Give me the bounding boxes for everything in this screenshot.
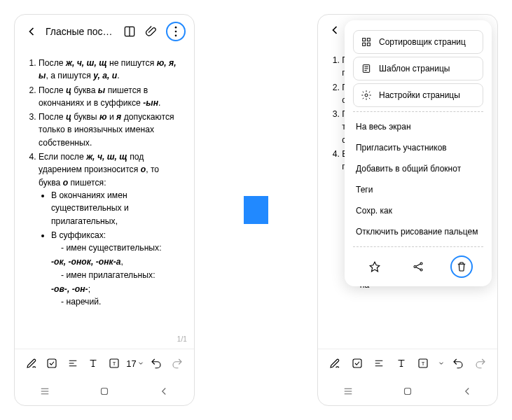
svg-rect-21	[367, 43, 370, 46]
attachment-icon[interactable]	[144, 23, 160, 40]
system-navbar	[15, 377, 194, 405]
font-box-icon[interactable]: T	[415, 355, 431, 372]
svg-rect-5	[48, 359, 56, 368]
svg-point-4	[174, 35, 177, 37]
back-icon[interactable]	[326, 22, 343, 38]
svg-line-31	[416, 264, 420, 266]
dash-2: имен прилагательных:	[61, 269, 183, 281]
svg-point-30	[420, 269, 422, 271]
menu-fullscreen[interactable]: На весь экран	[345, 116, 492, 137]
transition-arrow	[244, 196, 269, 224]
delete-icon[interactable]	[450, 255, 473, 278]
recents-icon[interactable]	[36, 383, 53, 400]
page-indicator: 1/1	[177, 334, 187, 344]
svg-point-2	[174, 27, 177, 29]
svg-rect-20	[363, 43, 366, 46]
menu-add-shared[interactable]: Добавить в общий блокнот	[345, 158, 492, 179]
redo-icon[interactable]	[169, 355, 186, 372]
svg-rect-45	[405, 388, 411, 395]
rule-1: После ж, ч, ш, щ не пишутся ю, я, ы, а п…	[39, 57, 183, 83]
menu-invite[interactable]: Пригласить участников	[345, 137, 492, 158]
svg-rect-18	[363, 38, 366, 41]
recents-icon[interactable]	[340, 383, 357, 400]
svg-rect-17	[101, 388, 107, 395]
svg-text:T: T	[422, 360, 425, 367]
bottom-toolbar: T 17	[15, 349, 194, 377]
pen-icon[interactable]	[23, 355, 40, 372]
share-icon[interactable]	[407, 255, 429, 278]
menu-page-settings[interactable]: Настройки страницы	[353, 83, 483, 107]
undo-icon[interactable]	[148, 355, 165, 372]
rule-4: Если после ж, ч, ш, щ под ударением прои…	[39, 150, 183, 309]
pen-icon[interactable]	[326, 355, 343, 372]
text-align-icon[interactable]	[371, 355, 387, 372]
home-icon[interactable]	[96, 383, 113, 400]
sysback-icon[interactable]	[459, 383, 476, 400]
redo-icon[interactable]	[472, 355, 489, 372]
sysback-icon[interactable]	[155, 383, 172, 400]
page-title: Гласные после шип...	[46, 26, 116, 37]
more-menu-icon[interactable]	[166, 22, 186, 41]
menu-tags[interactable]: Теги	[345, 179, 492, 200]
svg-point-3	[174, 31, 177, 33]
menu-page-template[interactable]: Шаблон страницы	[353, 57, 483, 80]
svg-text:T: T	[113, 360, 116, 367]
menu-save-as[interactable]: Сохр. как	[345, 200, 492, 221]
phone-right: Глас Послепишут Послеоконч Послетольксоб…	[317, 14, 498, 406]
rule-2: После ц буква ы пишется в окончаниях и в…	[39, 84, 183, 110]
dash-3: наречий.	[61, 295, 183, 308]
header: Гласные после шип...	[15, 15, 194, 48]
svg-point-29	[420, 262, 422, 265]
back-icon[interactable]	[23, 23, 40, 40]
svg-point-26	[365, 94, 368, 97]
svg-line-32	[416, 267, 420, 270]
svg-rect-19	[367, 38, 370, 41]
checkbox-icon[interactable]	[43, 355, 60, 372]
bullet-2: В суффиксах: имен существительных: -ок, …	[51, 229, 183, 309]
menu-page-sorter[interactable]: Сортировщик страниц	[353, 30, 483, 54]
text-format-icon[interactable]	[393, 355, 410, 372]
svg-point-28	[414, 266, 416, 268]
font-size-selector[interactable]	[437, 360, 445, 367]
checkbox-icon[interactable]	[349, 355, 366, 372]
note-content: После ж, ч, ш, щ не пишутся ю, я, ы, а п…	[15, 48, 194, 349]
svg-marker-27	[370, 262, 380, 272]
favorite-icon[interactable]	[364, 255, 386, 278]
rule-3: После ц буквы ю и я допускаются только в…	[39, 111, 183, 149]
home-icon[interactable]	[399, 383, 416, 400]
dash-1: имен существительных:	[61, 241, 183, 254]
menu-disable-finger[interactable]: Отключить рисование пальцем	[345, 221, 492, 242]
font-size-selector[interactable]: 17	[126, 358, 144, 369]
system-navbar	[318, 377, 497, 405]
book-icon[interactable]	[121, 23, 138, 40]
bottom-toolbar: T	[318, 349, 497, 377]
text-align-icon[interactable]	[64, 355, 81, 372]
bullet-1: В окончаниях имен существительных и прил…	[51, 189, 183, 227]
font-box-icon[interactable]: T	[106, 355, 123, 372]
svg-rect-33	[353, 359, 361, 368]
undo-icon[interactable]	[450, 355, 466, 372]
text-format-icon[interactable]	[85, 355, 102, 372]
phone-left: Гласные после шип... После ж, ч, ш, щ не…	[14, 14, 195, 406]
overflow-menu: Сортировщик страниц Шаблон страницы Наст…	[345, 20, 492, 286]
